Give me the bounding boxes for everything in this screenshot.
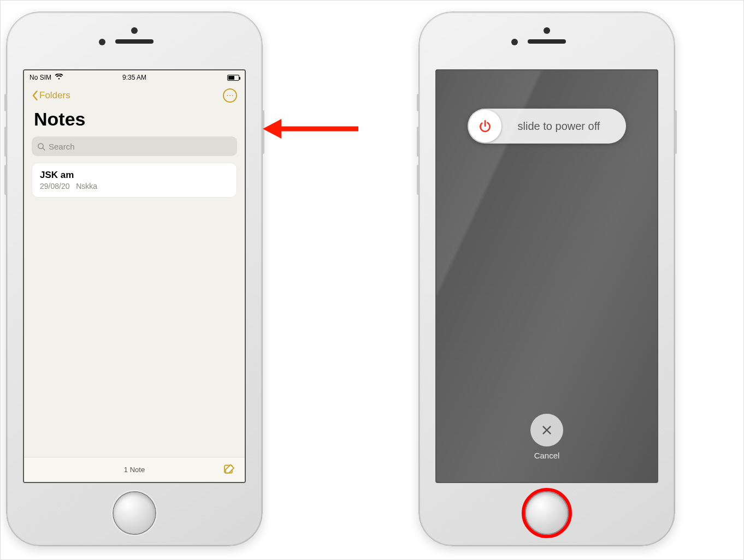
compose-icon — [223, 462, 236, 475]
cancel-circle[interactable] — [530, 414, 563, 446]
cancel-label: Cancel — [530, 451, 563, 460]
compose-button[interactable] — [223, 462, 236, 477]
note-preview: Nskka — [76, 182, 97, 190]
battery-icon — [227, 74, 239, 81]
earpiece-speaker — [115, 39, 153, 44]
ellipsis-icon: ⋯ — [226, 91, 234, 100]
svg-marker-4 — [263, 119, 281, 139]
home-button[interactable] — [526, 492, 568, 534]
note-title: JSK am — [40, 170, 229, 181]
volume-down-button[interactable] — [4, 165, 7, 195]
power-off-screen: slide to power off Cancel — [436, 70, 657, 482]
slide-to-power-off[interactable]: slide to power off — [468, 109, 626, 144]
notes-app: No SIM 9:35 AM Folders — [24, 70, 245, 482]
volume-down-button[interactable] — [417, 165, 419, 195]
front-camera — [544, 27, 550, 34]
search-placeholder: Search — [49, 142, 75, 151]
annotation-arrow-icon — [263, 112, 361, 145]
note-list-item[interactable]: JSK am 29/08/20 Nskka — [32, 163, 237, 198]
volume-up-button[interactable] — [417, 127, 419, 157]
power-off-knob[interactable] — [469, 110, 501, 142]
proximity-sensor — [99, 39, 105, 45]
page-title: Notes — [24, 106, 245, 134]
bottom-toolbar: 1 Note — [24, 457, 245, 482]
back-label: Folders — [39, 90, 70, 101]
nav-bar: Folders ⋯ — [24, 85, 245, 106]
search-icon — [37, 142, 45, 151]
note-count-label: 1 Note — [124, 466, 145, 474]
screen: slide to power off Cancel — [435, 69, 658, 483]
note-date: 29/08/20 — [40, 182, 70, 190]
slide-label: slide to power off — [503, 120, 626, 133]
home-button[interactable] — [114, 492, 155, 534]
volume-up-button[interactable] — [4, 127, 7, 157]
proximity-sensor — [511, 39, 518, 45]
power-button[interactable] — [675, 110, 677, 154]
clock-label: 9:35 AM — [24, 74, 245, 81]
iphone-device-right: slide to power off Cancel — [418, 11, 675, 546]
mute-switch[interactable] — [4, 94, 7, 111]
back-button[interactable]: Folders — [32, 90, 70, 101]
power-icon — [478, 119, 492, 133]
iphone-device-left: No SIM 9:35 AM Folders — [6, 11, 263, 546]
svg-line-1 — [43, 148, 45, 150]
cancel-power-off[interactable]: Cancel — [530, 414, 563, 460]
chevron-left-icon — [32, 91, 38, 100]
search-input[interactable]: Search — [32, 136, 237, 156]
close-icon — [541, 424, 553, 436]
screen: No SIM 9:35 AM Folders — [23, 69, 246, 483]
note-meta: 29/08/20 Nskka — [40, 182, 229, 190]
more-button[interactable]: ⋯ — [223, 88, 237, 103]
earpiece-speaker — [528, 39, 566, 44]
mute-switch[interactable] — [417, 94, 419, 111]
front-camera — [131, 27, 138, 34]
status-bar: No SIM 9:35 AM — [24, 70, 245, 85]
